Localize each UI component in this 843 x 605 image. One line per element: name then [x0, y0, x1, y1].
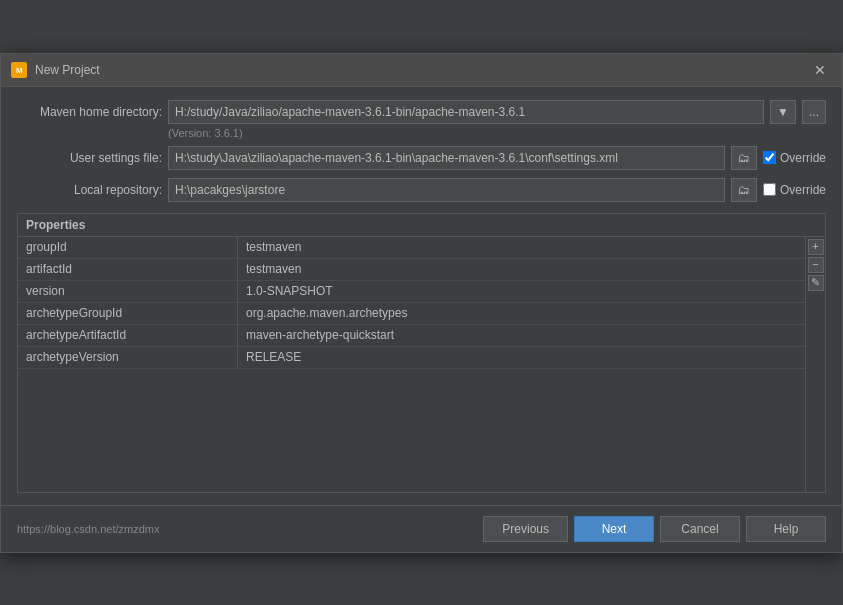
maven-version-text: (Version: 3.6.1) — [168, 127, 826, 139]
maven-browse-button[interactable]: ... — [802, 100, 826, 124]
prop-value: testmaven — [238, 259, 825, 280]
svg-text:M: M — [16, 66, 23, 75]
local-repo-row: Local repository: 🗂 Override — [17, 177, 826, 203]
prop-key: artifactId — [18, 259, 238, 280]
local-repo-browse-button[interactable]: 🗂 — [731, 178, 757, 202]
prop-key: archetypeArtifactId — [18, 325, 238, 346]
add-property-button[interactable]: + — [808, 239, 824, 255]
local-repo-label: Local repository: — [17, 183, 162, 197]
table-row: artifactId testmaven — [18, 259, 825, 281]
maven-dropdown-button[interactable]: ▼ — [770, 100, 796, 124]
prop-value: RELEASE — [238, 347, 825, 368]
local-repo-override-checkbox[interactable] — [763, 183, 776, 196]
help-button[interactable]: Help — [746, 516, 826, 542]
user-settings-override-label: Override — [780, 151, 826, 165]
maven-home-label: Maven home directory: — [17, 105, 162, 119]
prop-value: maven-archetype-quickstart — [238, 325, 825, 346]
previous-button[interactable]: Previous — [483, 516, 568, 542]
maven-home-row: Maven home directory: ▼ ... — [17, 99, 826, 125]
prop-key: archetypeGroupId — [18, 303, 238, 324]
user-settings-row: User settings file: 🗂 Override — [17, 145, 826, 171]
table-row: archetypeVersion RELEASE — [18, 347, 825, 369]
user-settings-label: User settings file: — [17, 151, 162, 165]
maven-home-input[interactable] — [168, 100, 764, 124]
user-settings-input[interactable] — [168, 146, 725, 170]
prop-key: groupId — [18, 237, 238, 258]
table-row: version 1.0-SNAPSHOT — [18, 281, 825, 303]
dialog-title: New Project — [35, 63, 808, 77]
properties-table: groupId testmaven artifactId testmaven v… — [18, 237, 825, 492]
new-project-dialog: M New Project ✕ Maven home directory: ▼ … — [0, 53, 843, 553]
footer-url: https://blog.csdn.net/zmzdmx — [17, 523, 477, 535]
title-bar: M New Project ✕ — [1, 54, 842, 87]
prop-value: 1.0-SNAPSHOT — [238, 281, 825, 302]
prop-key: archetypeVersion — [18, 347, 238, 368]
properties-sidebar: + − ✎ — [805, 237, 825, 492]
dialog-icon: M — [11, 62, 27, 78]
properties-section: Properties groupId testmaven artifactId … — [17, 213, 826, 493]
table-row: groupId testmaven — [18, 237, 825, 259]
dialog-footer: https://blog.csdn.net/zmzdmx Previous Ne… — [1, 505, 842, 552]
dialog-content: Maven home directory: ▼ ... (Version: 3.… — [1, 87, 842, 505]
table-row: archetypeArtifactId maven-archetype-quic… — [18, 325, 825, 347]
local-repo-input[interactable] — [168, 178, 725, 202]
user-settings-override-checkbox[interactable] — [763, 151, 776, 164]
properties-header: Properties — [18, 214, 825, 237]
edit-property-button[interactable]: ✎ — [808, 275, 824, 291]
remove-property-button[interactable]: − — [808, 257, 824, 273]
local-repo-override-label: Override — [780, 183, 826, 197]
prop-key: version — [18, 281, 238, 302]
next-button[interactable]: Next — [574, 516, 654, 542]
table-row: archetypeGroupId org.apache.maven.archet… — [18, 303, 825, 325]
prop-value: testmaven — [238, 237, 825, 258]
local-repo-override-row: Override — [763, 183, 826, 197]
user-settings-override-row: Override — [763, 151, 826, 165]
close-button[interactable]: ✕ — [808, 60, 832, 80]
properties-rows: groupId testmaven artifactId testmaven v… — [18, 237, 825, 492]
cancel-button[interactable]: Cancel — [660, 516, 740, 542]
user-settings-browse-button[interactable]: 🗂 — [731, 146, 757, 170]
prop-value: org.apache.maven.archetypes — [238, 303, 825, 324]
